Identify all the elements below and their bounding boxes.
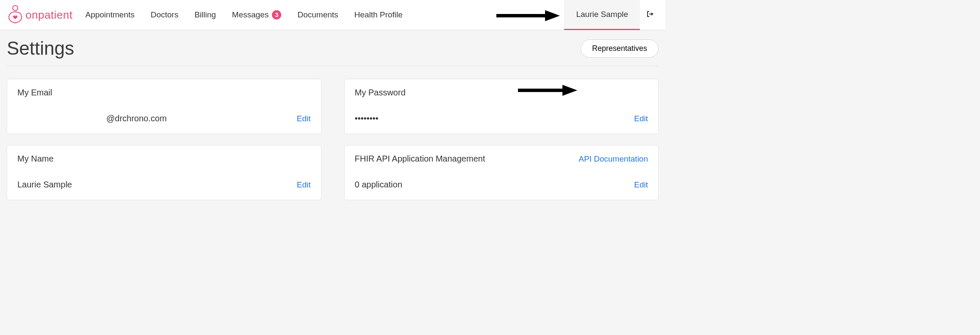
card-email-value: @drchrono.com xyxy=(17,114,167,123)
card-email: My Email @drchrono.com Edit xyxy=(7,79,321,134)
card-email-title: My Email xyxy=(17,88,52,98)
edit-password-link[interactable]: Edit xyxy=(634,114,648,123)
svg-point-0 xyxy=(13,6,18,11)
card-fhir-title: FHIR API Application Management xyxy=(355,154,485,164)
heart-person-icon xyxy=(8,5,23,25)
edit-fhir-link[interactable]: Edit xyxy=(634,180,648,190)
card-fhir: FHIR API Application Management API Docu… xyxy=(344,145,659,200)
card-name-value: Laurie Sample xyxy=(17,180,72,190)
settings-cards: My Email @drchrono.com Edit My Password … xyxy=(7,79,659,200)
card-password: My Password •••••••• Edit xyxy=(344,79,659,134)
top-nav: onpatient Appointments Doctors Billing M… xyxy=(0,0,665,30)
messages-badge: 3 xyxy=(272,10,281,20)
brand-logo[interactable]: onpatient xyxy=(8,5,72,25)
nav-doctors[interactable]: Doctors xyxy=(151,10,178,20)
card-name-title: My Name xyxy=(17,154,54,164)
nav-health-profile[interactable]: Health Profile xyxy=(354,10,403,20)
card-password-title: My Password xyxy=(355,88,406,98)
representatives-button[interactable]: Representatives xyxy=(581,39,659,58)
nav-messages[interactable]: Messages 3 xyxy=(232,10,282,20)
settings-page: Settings Representatives My Email @drchr… xyxy=(0,30,665,217)
logout-icon xyxy=(646,10,654,20)
main-nav: Appointments Doctors Billing Messages 3 … xyxy=(85,10,564,20)
user-area: Laurie Sample xyxy=(564,0,660,30)
card-fhir-value: 0 application xyxy=(355,180,402,190)
nav-billing[interactable]: Billing xyxy=(194,10,216,20)
card-password-value: •••••••• xyxy=(355,114,379,123)
brand-name: onpatient xyxy=(25,8,72,22)
page-title: Settings xyxy=(7,38,74,59)
nav-appointments[interactable]: Appointments xyxy=(85,10,134,20)
nav-documents[interactable]: Documents xyxy=(297,10,338,20)
user-menu[interactable]: Laurie Sample xyxy=(564,0,640,30)
nav-messages-label: Messages xyxy=(232,10,269,20)
logout-button[interactable] xyxy=(640,0,660,30)
card-name: My Name Laurie Sample Edit xyxy=(7,145,321,200)
page-header: Settings Representatives xyxy=(7,38,659,66)
api-documentation-link[interactable]: API Documentation xyxy=(579,154,648,164)
edit-name-link[interactable]: Edit xyxy=(297,180,311,190)
edit-email-link[interactable]: Edit xyxy=(297,114,311,123)
user-name-label: Laurie Sample xyxy=(576,10,628,19)
